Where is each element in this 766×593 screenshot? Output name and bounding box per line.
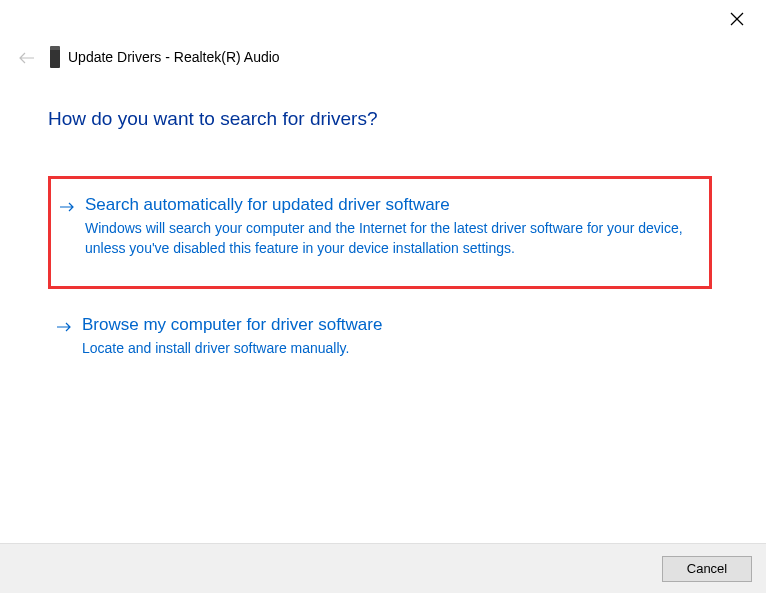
dialog-footer: Cancel bbox=[0, 543, 766, 593]
dialog-header: Update Drivers - Realtek(R) Audio bbox=[50, 46, 280, 68]
arrow-right-icon bbox=[59, 199, 77, 217]
back-button bbox=[17, 50, 37, 70]
option-description: Windows will search your computer and th… bbox=[85, 219, 695, 258]
option-description: Locate and install driver software manua… bbox=[82, 339, 698, 359]
page-heading: How do you want to search for drivers? bbox=[48, 108, 378, 130]
option-title: Search automatically for updated driver … bbox=[85, 195, 695, 215]
option-browse-computer[interactable]: Browse my computer for driver software L… bbox=[48, 303, 712, 377]
cancel-button[interactable]: Cancel bbox=[662, 556, 752, 582]
close-icon bbox=[730, 12, 744, 30]
option-title: Browse my computer for driver software bbox=[82, 315, 698, 335]
options-list: Search automatically for updated driver … bbox=[48, 176, 712, 391]
close-button[interactable] bbox=[726, 10, 748, 32]
arrow-left-icon bbox=[18, 51, 36, 69]
option-search-automatically[interactable]: Search automatically for updated driver … bbox=[48, 176, 712, 289]
dialog-title: Update Drivers - Realtek(R) Audio bbox=[68, 49, 280, 65]
arrow-right-icon bbox=[56, 319, 74, 337]
device-icon bbox=[50, 46, 60, 68]
option-content: Search automatically for updated driver … bbox=[85, 195, 695, 258]
option-content: Browse my computer for driver software L… bbox=[82, 315, 698, 359]
